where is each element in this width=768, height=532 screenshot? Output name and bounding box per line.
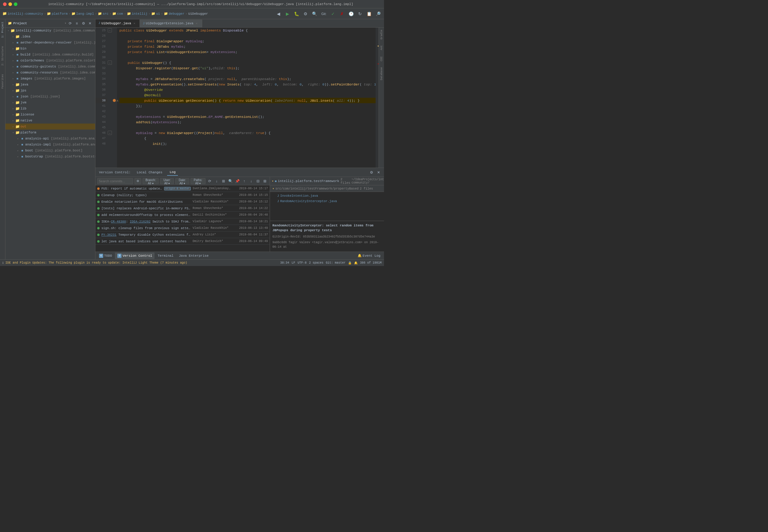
search-button[interactable]: 🔍 xyxy=(311,10,318,17)
commit-row[interactable]: Cleanup (nullity; typos) Roman Shevchenk… xyxy=(95,192,270,199)
tree-item[interactable]: ▸ ◼ boot [intellij.platform.boot] xyxy=(5,148,95,154)
tree-item[interactable]: ▸ ◼ images [intellij.platform.images] xyxy=(5,76,95,82)
maximize-button[interactable] xyxy=(14,2,17,6)
minimize-button[interactable] xyxy=(8,2,12,6)
tree-item[interactable]: ▸ ◼ analysis-impl [intellij.platform.ana… xyxy=(5,142,95,148)
project-tree[interactable]: ▾ 📁 intellij-community [intellij.idea.co… xyxy=(5,28,95,259)
date-filter[interactable]: Date: All ▾ xyxy=(175,178,189,184)
commit-search-input[interactable] xyxy=(97,178,133,184)
collapse-button[interactable]: ↓ xyxy=(248,178,254,184)
changed-files-list[interactable]: J InvokeIntention.java J RandomActivityI… xyxy=(270,192,384,221)
tree-item[interactable]: ▸ ◼ aether-dependency-resolver [intellij… xyxy=(5,40,95,46)
sync-button[interactable]: ⟳ xyxy=(67,21,73,26)
tree-item[interactable]: ▸ 📁 lib xyxy=(5,106,95,112)
breadcrumb-langimpl[interactable]: lang-impl xyxy=(76,12,94,16)
gradle-label[interactable]: Gradle xyxy=(380,29,383,40)
git-checkmark[interactable]: ✓ xyxy=(329,10,336,17)
tab-uidebuggerextension[interactable]: J UiDebuggerExtension.java ✕ xyxy=(140,19,202,27)
breadcrumb-uidebugger[interactable]: UiDebugger xyxy=(188,12,208,16)
clock-button[interactable]: 🕐 xyxy=(347,10,354,17)
fold-button-3[interactable]: — xyxy=(108,131,112,135)
status-warning-text[interactable]: IDE and Plugin Updates: The following pl… xyxy=(5,261,187,265)
expand-button[interactable]: ↑ xyxy=(241,178,247,184)
settings-button[interactable]: ⚙ xyxy=(302,10,309,17)
git-button[interactable]: Git: xyxy=(320,11,327,16)
fold-button-2[interactable]: — xyxy=(108,61,112,65)
tree-item[interactable]: ▸ ◼ colorSchemes [intellij.platform.colo… xyxy=(5,58,95,64)
breadcrumb-platform[interactable]: platform xyxy=(52,12,67,16)
tree-item[interactable]: ▸ ◼ analysis-api [intellij.platform.anal… xyxy=(5,136,95,142)
gear-icon[interactable]: ⚙ xyxy=(81,21,86,26)
line-ending[interactable]: LF xyxy=(291,261,295,265)
search-everywhere[interactable]: 🔎 xyxy=(374,10,381,17)
git-x[interactable]: ✗ xyxy=(338,10,345,17)
database-label[interactable]: Database xyxy=(380,66,383,81)
indent-info[interactable]: 2 spaces xyxy=(309,261,323,265)
back-button[interactable]: ◀ xyxy=(275,10,282,17)
commit-row[interactable]: let java ast based indices use content h… xyxy=(95,238,270,245)
list-btn1[interactable]: ⊟ xyxy=(255,178,261,184)
tab-close-button[interactable]: ✕ xyxy=(132,21,136,25)
tree-item[interactable]: ▸ ◼ bootstrap [intellij.platform.bootstr… xyxy=(5,154,95,160)
tree-item[interactable]: ▸ 📁 .idea xyxy=(5,34,95,40)
commit-row[interactable]: sign.sh: cleanup files from previous sig… xyxy=(95,225,270,232)
file-item[interactable]: J RandomActivityInterceptor.java xyxy=(270,199,384,204)
code-content[interactable]: public class UiDebugger extends JPanel i… xyxy=(117,28,375,168)
user-filter[interactable]: User: All ▾ xyxy=(160,178,174,184)
picker-button[interactable]: 📌 xyxy=(234,178,240,184)
memory-indicator[interactable]: 386 of 1981M xyxy=(360,261,381,265)
refresh-button[interactable]: ⟳ xyxy=(207,178,213,184)
java-enterprise-tab[interactable]: Java Enterprise xyxy=(176,253,211,259)
tab-close-button-2[interactable]: ✕ xyxy=(195,21,199,25)
breadcrumb-community[interactable]: intellij-community xyxy=(7,12,43,16)
breadcrumb-com[interactable]: com xyxy=(117,12,123,16)
settings-filter-button[interactable]: ⚙ xyxy=(134,178,141,184)
notification-icon[interactable]: 🔔 xyxy=(354,261,357,265)
tree-item[interactable]: ▸ 📁 jvm xyxy=(5,100,95,106)
breadcrumb-src[interactable]: src xyxy=(103,12,109,16)
commit-row[interactable]: [tests] replaces Android-specific in-mem… xyxy=(95,205,270,212)
commits-list[interactable]: FUS: report if automatic update is enabl… xyxy=(95,185,270,252)
run-button[interactable]: ▶ xyxy=(284,10,291,17)
fetch-button[interactable]: ↓ xyxy=(214,178,220,184)
tree-item-platform[interactable]: ▾ 📁 platform xyxy=(5,130,95,136)
breadcrumb-intellij[interactable]: intellij xyxy=(132,12,148,16)
tree-item[interactable]: ▸ ◼ community-guitests [intellij.idea.co… xyxy=(5,64,95,70)
close-panel-button[interactable]: ✕ xyxy=(87,21,93,26)
branch-filter[interactable]: Branch: All ▾ xyxy=(142,178,159,184)
event-log-tab[interactable]: 🔔 Event Log xyxy=(355,253,383,259)
git-branch[interactable]: Git: master xyxy=(326,261,345,265)
fold-button[interactable]: — xyxy=(108,28,112,32)
cdi-label[interactable]: CDI xyxy=(380,55,383,62)
tree-item[interactable]: ▸ ◼ build [intellij.idea.community.build… xyxy=(5,52,95,58)
cursor-position[interactable]: 38:34 xyxy=(280,261,289,265)
tree-item[interactable]: ▸ 📁 jps xyxy=(5,88,95,94)
breadcrumb-debugger[interactable]: debugger xyxy=(169,12,184,16)
local-changes-tab[interactable]: Local Changes xyxy=(134,169,165,175)
tree-item[interactable]: ▸ ◼ json [intellij.json] xyxy=(5,94,95,100)
tree-item[interactable]: ▸ 📁 license xyxy=(5,112,95,118)
close-vc-button[interactable]: ✕ xyxy=(375,169,381,175)
update-button[interactable]: ↻ xyxy=(356,10,363,17)
collapse-button[interactable]: ≡ xyxy=(74,21,79,26)
ant-label[interactable]: Ant xyxy=(380,44,383,51)
structure-label[interactable]: 2: Structure xyxy=(1,45,4,67)
settings-vcs-button[interactable]: ⚙ xyxy=(368,169,374,175)
commit-row[interactable]: add #elementsAroundOffsetUp to process e… xyxy=(95,212,270,218)
commit-row[interactable]: IDEA-CR-48380: IDEA-216202 Switch to SSH… xyxy=(95,218,270,225)
paths-filter[interactable]: Paths: All ▾ xyxy=(190,178,205,184)
debug-button[interactable]: 🐛 xyxy=(293,10,300,17)
tree-item[interactable]: ▸ 📁 native xyxy=(5,118,95,124)
search-toggle[interactable]: 🔍 xyxy=(227,178,233,184)
close-button[interactable] xyxy=(3,2,7,6)
commit-row[interactable]: Enable notarization for macOS distributi… xyxy=(95,199,270,205)
project-label[interactable]: 1: Project xyxy=(1,20,4,39)
group-button[interactable]: ⊞ xyxy=(220,178,226,184)
tab-uidebugger[interactable]: J UiDebugger.java ✕ xyxy=(95,19,140,27)
log-tab[interactable]: Log xyxy=(167,169,178,176)
tree-item[interactable]: ▾ 📁 intellij-community [intellij.idea.co… xyxy=(5,28,95,34)
commit-row[interactable]: FUS: report if automatic update is enabl… xyxy=(95,185,270,192)
favorites-label[interactable]: Favorites xyxy=(1,73,4,90)
list-btn2[interactable]: ⊞ xyxy=(262,178,268,184)
tree-item[interactable]: ▸ 📁 java xyxy=(5,82,95,88)
